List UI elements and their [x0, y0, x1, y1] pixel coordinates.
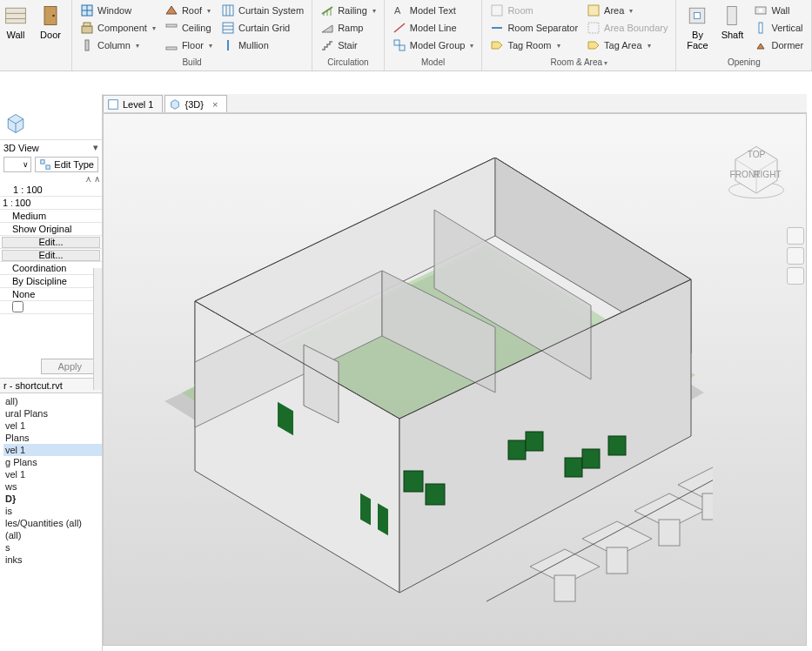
ramp-button[interactable]: Ramp: [318, 19, 379, 37]
tree-item[interactable]: is: [3, 505, 102, 517]
dormer-button[interactable]: Dormer: [751, 37, 806, 54]
svg-rect-33: [588, 5, 599, 16]
svg-rect-77: [565, 458, 582, 477]
curtain-grid-button[interactable]: Curtain Grid: [218, 19, 306, 37]
svg-rect-10: [85, 40, 89, 50]
apply-button[interactable]: Apply: [41, 359, 98, 374]
panel-room-area-title[interactable]: Room & Area: [487, 56, 670, 70]
tree-item[interactable]: s: [3, 541, 102, 554]
svg-rect-14: [223, 5, 233, 16]
window-button[interactable]: Window: [77, 2, 158, 19]
graphic-display-edit[interactable]: Edit...: [2, 250, 100, 261]
default-template-value[interactable]: None: [0, 289, 102, 299]
svg-text:RIGHT: RIGHT: [754, 170, 782, 179]
vg-overrides-edit[interactable]: Edit...: [2, 237, 100, 248]
edit-type-button[interactable]: Edit Type: [35, 157, 98, 172]
by-face-button[interactable]: By Face: [681, 2, 713, 54]
tag-area-button[interactable]: Tag Area: [584, 37, 670, 54]
component-icon: [80, 21, 94, 35]
area-button[interactable]: Area: [584, 2, 670, 19]
tag-room-button[interactable]: Tag Room: [487, 37, 580, 54]
stair-button[interactable]: Stair: [318, 37, 379, 54]
viewcube[interactable]: TOP FRONT RIGHT: [724, 140, 789, 205]
tree-item[interactable]: ural Plans: [3, 407, 102, 419]
tree-item[interactable]: g Plans: [3, 456, 102, 468]
svg-marker-11: [166, 6, 177, 14]
ceiling-icon: [164, 21, 178, 35]
mullion-icon: [221, 38, 235, 52]
properties-filter-combo[interactable]: ∨: [3, 157, 31, 172]
properties-type-caret[interactable]: ▾: [93, 142, 98, 153]
tree-item[interactable]: vel 1: [3, 444, 102, 456]
tab-close-button[interactable]: ×: [212, 99, 218, 110]
plan-view-icon: [107, 98, 119, 111]
svg-marker-35: [588, 42, 599, 49]
navigation-bar: [787, 227, 806, 285]
detail-level[interactable]: Medium: [0, 211, 102, 221]
tree-item[interactable]: vel 1: [3, 419, 102, 432]
column-button[interactable]: Column: [77, 37, 158, 54]
wall-button[interactable]: Wall: [0, 2, 31, 42]
show-hidden-value[interactable]: By Discipline: [0, 276, 102, 286]
shaft-icon: [720, 3, 744, 28]
tab-level1[interactable]: Level 1: [103, 95, 163, 112]
opening-wall-button[interactable]: Wall: [751, 2, 806, 19]
room-separator-icon: [490, 21, 504, 35]
shaft-button[interactable]: Shaft: [716, 2, 748, 54]
3d-view-icon: [169, 98, 181, 111]
railing-button[interactable]: Railing: [318, 2, 379, 19]
room-button[interactable]: Room: [487, 2, 580, 19]
tree-item[interactable]: D}: [3, 493, 102, 505]
mullion-button[interactable]: Mullion: [218, 37, 306, 54]
properties-scrollbar[interactable]: [93, 268, 102, 390]
scale-denom[interactable]: 100: [12, 198, 102, 208]
tree-item[interactable]: inks: [3, 554, 102, 566]
nav-tool2-button[interactable]: [787, 267, 804, 285]
vertical-button[interactable]: Vertical: [751, 19, 806, 37]
tab-3d[interactable]: {3D} ×: [164, 95, 227, 112]
svg-rect-41: [759, 23, 762, 33]
model-line-button[interactable]: Model Line: [390, 19, 477, 37]
svg-rect-75: [426, 484, 445, 505]
floor-button[interactable]: Floor: [162, 37, 215, 54]
svg-text:TOP: TOP: [748, 150, 766, 159]
room-separator-button[interactable]: Room Separator: [487, 19, 580, 37]
tree-item[interactable]: les/Quantities (all): [3, 517, 102, 529]
tree-item[interactable]: ws: [3, 480, 102, 493]
discipline-value[interactable]: Coordination: [0, 263, 102, 273]
panel-circulation-title: Circulation: [318, 56, 379, 70]
properties-type-label: 3D View: [3, 143, 90, 153]
properties-expand2[interactable]: ∧: [0, 314, 102, 324]
parts-visibility[interactable]: Show Original: [0, 224, 102, 234]
tree-item[interactable]: vel 1: [3, 468, 102, 480]
tree-item[interactable]: all): [3, 395, 102, 407]
stair-icon: [320, 38, 334, 52]
roof-button[interactable]: Roof: [162, 2, 215, 19]
tree-item[interactable]: (all): [3, 529, 102, 541]
prop-checkbox[interactable]: [12, 301, 23, 312]
curtain-system-button[interactable]: Curtain System: [218, 2, 306, 19]
viewport-3d[interactable]: TOP FRONT RIGHT: [103, 113, 807, 646]
door-button[interactable]: Door: [35, 2, 66, 42]
svg-rect-13: [166, 47, 177, 50]
component-button[interactable]: Component: [77, 19, 158, 37]
column-icon: [80, 38, 94, 52]
model-text-button[interactable]: AModel Text: [390, 2, 477, 19]
model-group-button[interactable]: Model Group: [390, 37, 477, 54]
svg-line-27: [394, 23, 405, 32]
scale-value[interactable]: 1 : 100: [10, 185, 102, 195]
ceiling-button[interactable]: Ceiling: [162, 19, 215, 37]
building-model[interactable]: [156, 158, 713, 610]
properties-expand-icons[interactable]: ⋏ ∧: [0, 174, 102, 184]
curtain-system-icon: [221, 3, 235, 17]
model-text-icon: A: [393, 3, 406, 17]
area-boundary-button[interactable]: Area Boundary: [584, 19, 670, 37]
svg-rect-60: [46, 165, 50, 169]
tree-item[interactable]: Plans: [3, 432, 102, 444]
nav-tool-button[interactable]: [787, 247, 804, 265]
svg-rect-76: [404, 471, 423, 492]
vertical-icon: [754, 21, 768, 35]
nav-full-button[interactable]: [787, 227, 804, 245]
svg-rect-34: [588, 23, 599, 33]
dormer-icon: [754, 38, 768, 52]
